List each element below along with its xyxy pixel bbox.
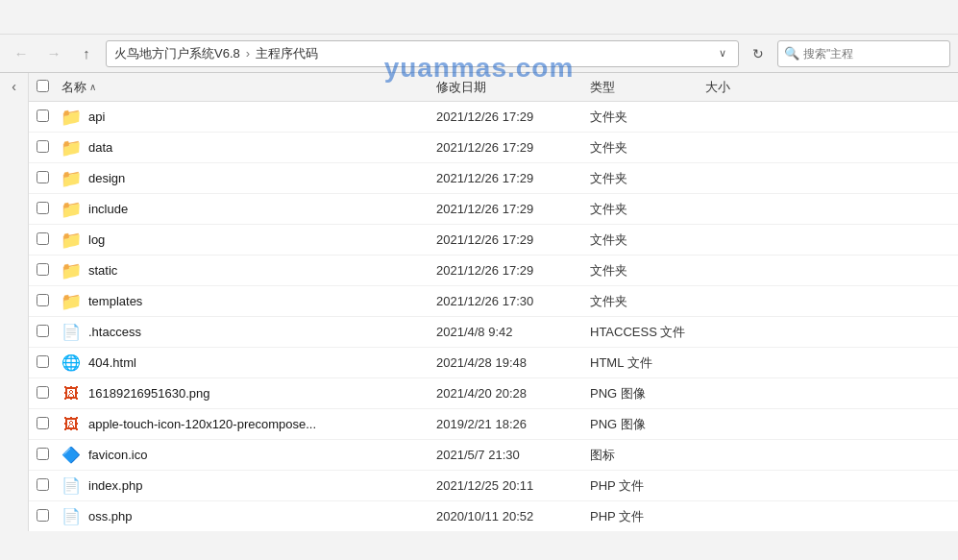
file-type-5: 文件夹: [590, 262, 705, 280]
table-row[interactable]: 📁 design 2021/12/26 17:29 文件夹: [29, 163, 958, 194]
col-header-name[interactable]: 名称 ∧: [61, 79, 436, 96]
main-area: ‹ 名称 ∧ 修改日期 类型 大小 📁 api 2021/12/26 17:29…: [0, 73, 958, 531]
row-checkbox-7[interactable]: [37, 325, 49, 337]
breadcrumb-root[interactable]: 火鸟地方门户系统V6.8: [114, 45, 240, 62]
row-checkbox-2[interactable]: [37, 171, 49, 183]
table-row[interactable]: 📁 api 2021/12/26 17:29 文件夹: [29, 102, 958, 133]
file-icon-2: 📁: [61, 169, 81, 188]
file-icon-5: 📁: [61, 261, 81, 280]
file-date-7: 2021/4/8 9:42: [436, 325, 590, 339]
file-date-8: 2021/4/28 19:48: [436, 355, 590, 370]
table-row[interactable]: 🖼 1618921695163​0.png 2021/4/20 20:28 PN…: [29, 378, 958, 409]
file-date-9: 2021/4/20 20:28: [436, 386, 590, 401]
row-checkbox-12[interactable]: [37, 478, 49, 491]
table-row[interactable]: 📄 .htaccess 2021/4/8 9:42 HTACCESS 文件: [29, 317, 958, 348]
table-row[interactable]: 📁 log 2021/12/26 17:29 文件夹: [29, 225, 958, 256]
row-checkbox-0[interactable]: [37, 110, 49, 122]
table-row[interactable]: 🖼 apple-touch-icon-120x120-precompose...…: [29, 409, 958, 440]
row-checkbox-9[interactable]: [37, 386, 49, 399]
file-name-7: .htaccess: [88, 325, 436, 339]
toolbar: [0, 0, 958, 35]
refresh-button[interactable]: ↻: [745, 40, 772, 67]
file-name-0: api: [88, 110, 436, 124]
file-date-10: 2019/2/21 18:26: [436, 417, 590, 431]
file-name-10: apple-touch-icon-120x120-precompose...: [88, 417, 436, 431]
file-name-11: favicon.ico: [88, 448, 436, 462]
file-type-0: 文件夹: [590, 109, 705, 126]
file-name-9: 1618921695163​0.png: [88, 386, 436, 401]
file-type-4: 文件夹: [590, 231, 705, 249]
file-name-2: design: [88, 171, 436, 185]
file-type-8: HTML 文件: [590, 354, 705, 372]
file-type-10: PNG 图像: [590, 416, 705, 433]
table-row[interactable]: 🔷 favicon.ico 2021/5/7 21:30 图标: [29, 440, 958, 471]
file-date-11: 2021/5/7 21:30: [436, 448, 590, 462]
breadcrumb-dropdown-btn[interactable]: ∨: [715, 45, 730, 61]
table-row[interactable]: 📁 include 2021/12/26 17:29 文件夹: [29, 194, 958, 225]
file-date-5: 2021/12/26 17:29: [436, 263, 590, 278]
breadcrumb-bar: 火鸟地方门户系统V6.8 › 主程序代码 ∨: [106, 40, 739, 67]
file-name-4: log: [88, 232, 436, 247]
file-date-6: 2021/12/26 17:30: [436, 294, 590, 308]
file-name-6: templates: [88, 294, 436, 308]
file-type-12: PHP 文件: [590, 477, 705, 495]
select-all-checkbox[interactable]: [37, 80, 49, 92]
file-type-6: 文件夹: [590, 293, 705, 310]
row-checkbox-3[interactable]: [37, 202, 49, 214]
file-type-9: PNG 图像: [590, 385, 705, 402]
file-icon-9: 🖼: [61, 384, 81, 403]
row-checkbox-8[interactable]: [37, 355, 49, 368]
file-date-4: 2021/12/26 17:29: [436, 232, 590, 247]
table-row[interactable]: 📄 oss.php 2020/10/11 20:52 PHP 文件: [29, 501, 958, 531]
file-type-13: PHP 文件: [590, 508, 705, 525]
file-icon-3: 📁: [61, 200, 81, 219]
back-button[interactable]: ←: [8, 40, 35, 67]
file-list: 📁 api 2021/12/26 17:29 文件夹 📁 data 2021/1…: [29, 102, 958, 531]
file-area: 名称 ∧ 修改日期 类型 大小 📁 api 2021/12/26 17:29 文…: [29, 73, 958, 531]
file-date-1: 2021/12/26 17:29: [436, 140, 590, 155]
row-checkbox-1[interactable]: [37, 140, 49, 153]
file-date-2: 2021/12/26 17:29: [436, 171, 590, 185]
sort-icon: ∧: [89, 82, 96, 92]
file-name-3: include: [88, 202, 436, 216]
file-type-11: 图标: [590, 447, 705, 464]
search-box: 🔍: [777, 40, 950, 67]
search-input[interactable]: [803, 47, 938, 61]
forward-button[interactable]: →: [40, 40, 67, 67]
file-icon-1: 📁: [61, 138, 81, 158]
col-header-size[interactable]: 大小: [705, 79, 782, 96]
row-checkbox-6[interactable]: [37, 294, 49, 306]
table-row[interactable]: 📁 static 2021/12/26 17:29 文件夹: [29, 256, 958, 286]
col-header-type[interactable]: 类型: [590, 79, 705, 96]
row-checkbox-4[interactable]: [37, 232, 49, 245]
table-row[interactable]: 📁 data 2021/12/26 17:29 文件夹: [29, 133, 958, 163]
table-row[interactable]: 🌐 404.html 2021/4/28 19:48 HTML 文件: [29, 348, 958, 378]
breadcrumb-sep-1: ›: [246, 46, 250, 61]
file-icon-13: 📄: [61, 507, 81, 526]
search-icon: 🔍: [784, 46, 799, 61]
file-icon-6: 📁: [61, 292, 81, 311]
row-checkbox-10[interactable]: [37, 417, 49, 429]
sidebar-collapse-btn[interactable]: ‹: [5, 77, 24, 96]
row-checkbox-13[interactable]: [37, 509, 49, 522]
file-date-12: 2021/12/25 20:11: [436, 478, 590, 493]
file-icon-12: 📄: [61, 476, 81, 496]
row-checkbox-5[interactable]: [37, 263, 49, 276]
file-type-2: 文件夹: [590, 170, 705, 187]
file-name-8: 404.html: [88, 355, 436, 370]
file-icon-4: 📁: [61, 231, 81, 250]
file-icon-10: 🖼: [61, 415, 81, 434]
col-header-date[interactable]: 修改日期: [436, 79, 590, 96]
file-date-13: 2020/10/11 20:52: [436, 509, 590, 523]
file-type-3: 文件夹: [590, 201, 705, 218]
file-icon-7: 📄: [61, 323, 81, 342]
row-checkbox-11[interactable]: [37, 448, 49, 460]
column-header: 名称 ∧ 修改日期 类型 大小: [29, 73, 958, 102]
breadcrumb-current: 主程序代码: [256, 45, 318, 62]
file-type-7: HTACCESS 文件: [590, 324, 705, 341]
file-icon-11: 🔷: [61, 446, 81, 465]
table-row[interactable]: 📄 index.php 2021/12/25 20:11 PHP 文件: [29, 471, 958, 501]
file-date-0: 2021/12/26 17:29: [436, 110, 590, 124]
table-row[interactable]: 📁 templates 2021/12/26 17:30 文件夹: [29, 286, 958, 317]
up-button[interactable]: ↑: [73, 40, 100, 67]
